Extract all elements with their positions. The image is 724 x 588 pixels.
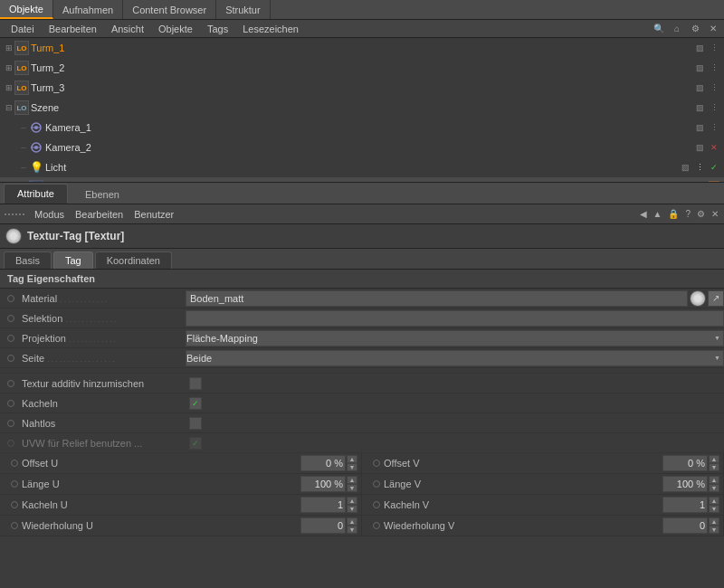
kacheln-u-down[interactable]: ▼	[347, 505, 357, 513]
object-list: ⊞ LO Turm_1 ▨ ⋮ ⊞ LO Turm_2 ▨ ⋮ ⊞ LO Tur…	[0, 38, 724, 183]
sub-tab-koordinaten[interactable]: Koordinaten	[95, 251, 172, 269]
check-state: ✓	[192, 439, 199, 448]
settings-icon[interactable]: ⚙	[688, 22, 702, 36]
tab-content-browser[interactable]: Content Browser	[123, 0, 216, 19]
sub-tab-basis[interactable]: Basis	[4, 251, 52, 269]
seite-select-wrapper[interactable]: Beide Vorderseite Rückseite	[186, 350, 724, 366]
expand-icon[interactable]: ⊞	[4, 82, 14, 93]
expand-icon[interactable]: ─	[18, 162, 29, 173]
tab-aufnahmen[interactable]: Aufnahmen	[53, 0, 123, 19]
offset-u-up[interactable]: ▲	[347, 455, 357, 463]
projektion-select-wrapper[interactable]: Fläche-Mapping Kugel-Mapping Zylinder-Ma…	[186, 330, 724, 346]
nahtlos-checkbox[interactable]	[189, 417, 202, 430]
sub-tab-tag[interactable]: Tag	[53, 251, 93, 269]
object-type-icon-camera	[29, 120, 43, 135]
object-tags: ▨ ⋮	[693, 42, 720, 54]
object-row-turm1[interactable]: ⊞ LO Turm_1 ▨ ⋮	[0, 38, 724, 58]
expand-icon[interactable]: ─	[18, 142, 29, 153]
textur-additiv-checkbox-wrap	[186, 377, 205, 390]
top-tab-bar: Objekte Aufnahmen Content Browser Strukt…	[0, 0, 724, 20]
wiederholung-v-down[interactable]: ▼	[709, 526, 719, 534]
tab-ebenen[interactable]: Ebenen	[71, 185, 133, 204]
prop-indicator	[4, 396, 18, 411]
laenge-u-down[interactable]: ▼	[347, 484, 357, 492]
laenge-v-up[interactable]: ▲	[709, 476, 719, 484]
object-row-turm2[interactable]: ⊞ LO Turm_2 ▨ ⋮	[0, 58, 724, 78]
object-row-kamera2[interactable]: ─ Kamera_2 ▨ ✕	[0, 138, 724, 157]
wiederholung-v-up[interactable]: ▲	[709, 517, 719, 526]
num-label-kacheln-u: Kacheln U	[22, 499, 68, 510]
menu-ansicht[interactable]: Ansicht	[104, 22, 151, 36]
question-icon[interactable]: ?	[683, 208, 692, 220]
tab-objekte[interactable]: Objekte	[0, 0, 53, 19]
wiederholung-u-down[interactable]: ▼	[347, 526, 357, 534]
object-row-kamera1[interactable]: ─ Kamera_1 ▨ ⋮	[0, 118, 724, 138]
toolbar-benutzer[interactable]: Benutzer	[129, 207, 179, 222]
offset-v-up[interactable]: ▲	[709, 455, 719, 463]
laenge-v-input[interactable]	[662, 476, 708, 492]
close-icon[interactable]: ✕	[706, 22, 720, 36]
kacheln-checkbox[interactable]: ✓	[189, 397, 202, 410]
kacheln-v-up[interactable]: ▲	[709, 497, 719, 505]
kacheln-v-input[interactable]	[662, 497, 708, 513]
gear2-icon[interactable]: ⚙	[695, 208, 707, 220]
prop-indicator	[4, 376, 18, 391]
laenge-u-up[interactable]: ▲	[347, 476, 357, 484]
uvw-checkbox[interactable]: ✓	[189, 437, 202, 450]
num-input-laenge-u: ▲ ▼	[300, 476, 357, 492]
menu-objekte[interactable]: Objekte	[151, 22, 200, 36]
tab-struktur[interactable]: Struktur	[216, 0, 271, 19]
textur-additiv-checkbox[interactable]	[189, 377, 202, 390]
object-type-icon-scene: LO	[14, 100, 29, 115]
kacheln-u-up[interactable]: ▲	[347, 497, 357, 505]
search-icon[interactable]: 🔍	[652, 22, 666, 36]
close2-icon[interactable]: ✕	[710, 208, 720, 220]
laenge-v-down[interactable]: ▼	[709, 484, 719, 492]
menu-datei[interactable]: Datei	[4, 22, 42, 36]
num-input-offset-u: ▲ ▼	[300, 455, 357, 471]
offset-u-down[interactable]: ▼	[347, 463, 357, 471]
expand-icon[interactable]: ⊞	[4, 62, 14, 73]
object-type-icon-camera	[29, 140, 43, 155]
home-icon[interactable]: ⌂	[670, 22, 684, 36]
kacheln-v-down[interactable]: ▼	[709, 505, 719, 513]
arrow-left-icon[interactable]: ◀	[638, 208, 649, 220]
tag-x-icon: ✕	[708, 141, 720, 154]
wiederholung-u-input[interactable]	[300, 517, 346, 534]
tag-dots-icon: ⋮	[708, 101, 720, 114]
expand-icon[interactable]: ─	[18, 122, 29, 133]
expand-icon[interactable]: ⊞	[4, 43, 14, 53]
object-row-turm3[interactable]: ⊞ LO Turm_3 ▨ ⋮	[0, 78, 724, 98]
offset-u-input[interactable]	[300, 455, 346, 471]
wiederholung-u-up[interactable]: ▲	[347, 517, 357, 526]
menu-lesezeichen[interactable]: Lesezeichen	[235, 22, 306, 36]
object-name: Szene	[31, 102, 693, 113]
object-row-szene[interactable]: ⊟ LO Szene ▨ ⋮	[0, 98, 724, 118]
check-state: ✓	[192, 399, 199, 408]
object-name: Turm_1	[31, 43, 693, 53]
selektion-input[interactable]	[186, 310, 724, 327]
kacheln-u-input[interactable]	[300, 497, 346, 513]
tab-attribute[interactable]: Attribute	[4, 184, 68, 204]
object-type-icon-poly: LO	[14, 41, 29, 55]
menu-bearbeiten[interactable]: Bearbeiten	[42, 22, 104, 36]
object-row-licht[interactable]: ─ 💡 Licht ▨ ⋮ ✓	[0, 157, 724, 177]
offset-v-input[interactable]	[662, 455, 708, 471]
arrow-up-icon[interactable]: ▲	[652, 208, 664, 220]
material-arrow-button[interactable]: ↗	[708, 290, 724, 307]
wiederholung-v-input[interactable]	[662, 517, 708, 534]
prop-row-material: Material ............ Boden_matt ↗	[0, 289, 724, 308]
num-indicator	[7, 477, 22, 491]
seite-select[interactable]: Beide Vorderseite Rückseite	[186, 350, 724, 366]
material-text-field[interactable]: Boden_matt	[186, 290, 688, 307]
lock-icon[interactable]: 🔒	[666, 208, 681, 220]
offset-v-down[interactable]: ▼	[709, 463, 719, 471]
menu-tags[interactable]: Tags	[200, 22, 235, 36]
projektion-select[interactable]: Fläche-Mapping Kugel-Mapping Zylinder-Ma…	[186, 330, 724, 346]
expand-icon[interactable]: ⊟	[4, 102, 14, 113]
material-sphere-button[interactable]	[690, 290, 706, 307]
laenge-u-input[interactable]	[300, 476, 346, 492]
prop-row-uvw: UVW für Relief benutzen ... ✓	[0, 433, 724, 453]
toolbar-bearbeiten[interactable]: Bearbeiten	[70, 207, 129, 222]
toolbar-modus[interactable]: Modus	[29, 207, 70, 222]
